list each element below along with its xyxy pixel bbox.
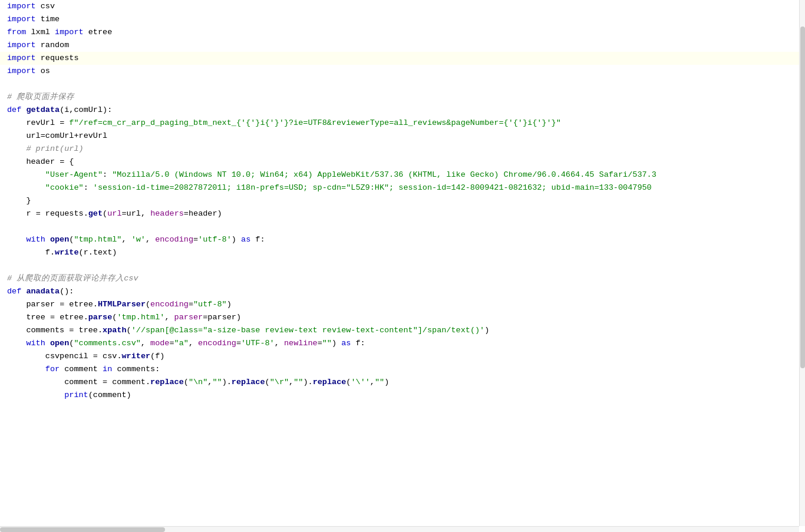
- code-line-11: url=comUrl+revUrl: [0, 130, 799, 143]
- keyword-import: import: [55, 28, 84, 37]
- code-line-9: def getdata(i,comUrl):: [0, 104, 799, 117]
- module-os: os: [41, 67, 50, 75]
- code-line-13: header = {: [0, 156, 799, 168]
- module-requests: requests: [41, 54, 79, 62]
- module-time: time: [41, 15, 60, 24]
- code-line-31: print(comment): [0, 389, 799, 402]
- code-line-7: [0, 78, 799, 91]
- code-line-5: import requests: [0, 52, 799, 65]
- code-line-14: "User-Agent": "Mozilla/5.0 (Windows NT 1…: [0, 168, 799, 181]
- code-line-6: import os: [0, 65, 799, 78]
- code-line-25: tree = etree.parse('tmp.html', parser=pa…: [0, 311, 799, 324]
- code-line-24: parser = etree.HTMLParser(encoding="utf-…: [0, 298, 799, 311]
- vertical-scrollbar-thumb[interactable]: [800, 27, 805, 368]
- horizontal-scrollbar[interactable]: [0, 526, 799, 532]
- code-line-2: import time: [0, 13, 799, 26]
- module-csv: csv: [41, 2, 55, 11]
- code-line-3: from lxml import etree: [0, 26, 799, 39]
- code-line-26: comments = tree.xpath('//span[@class="a-…: [0, 324, 799, 337]
- code-line-21: [0, 259, 799, 272]
- keyword-import: import: [7, 2, 36, 11]
- module-etree: etree: [88, 28, 113, 37]
- code-line-18: [0, 220, 799, 233]
- code-line-15: "cookie": 'session-id-time=2082787201l; …: [0, 181, 799, 194]
- code-line-29: for comment in comments:: [0, 363, 799, 376]
- code-content[interactable]: import csv import time from lxml import …: [0, 0, 805, 532]
- code-line-17: r = requests.get(url=url, headers=header…: [0, 207, 799, 220]
- keyword-from: from: [7, 28, 26, 37]
- code-editor: import csv import time from lxml import …: [0, 0, 805, 532]
- keyword-import: import: [7, 54, 36, 62]
- code-line-23: def anadata():: [0, 285, 799, 298]
- module-lxml: lxml: [31, 28, 50, 37]
- code-line-8: # 爬取页面并保存: [0, 91, 799, 104]
- code-line-10: revUrl = f"/ref=cm_cr_arp_d_paging_btm_n…: [0, 117, 799, 130]
- keyword-import: import: [7, 15, 36, 24]
- code-line-22: # 从爬取的页面获取评论并存入csv: [0, 272, 799, 285]
- code-line-27: with open("comments.csv", mode="a", enco…: [0, 337, 799, 350]
- code-line-1: import csv: [0, 0, 799, 13]
- keyword-import: import: [7, 67, 36, 75]
- keyword-def: def: [7, 105, 21, 114]
- code-line-19: with open("tmp.html", 'w', encoding='utf…: [0, 233, 799, 246]
- vertical-scrollbar[interactable]: [799, 0, 805, 526]
- keyword-import: import: [7, 41, 36, 49]
- horizontal-scrollbar-thumb[interactable]: [0, 527, 165, 532]
- code-line-16: }: [0, 194, 799, 207]
- code-line-12: # print(url): [0, 143, 799, 156]
- code-line-4: import random: [0, 39, 799, 52]
- module-random: random: [41, 41, 70, 49]
- code-line-20: f.write(r.text): [0, 246, 799, 259]
- code-line-30: comment = comment.replace("\n","").repla…: [0, 376, 799, 389]
- code-line-28: csvpencil = csv.writer(f): [0, 350, 799, 363]
- comment-crawl: # 爬取页面并保存: [7, 92, 74, 101]
- func-getdata: getdata: [26, 105, 60, 114]
